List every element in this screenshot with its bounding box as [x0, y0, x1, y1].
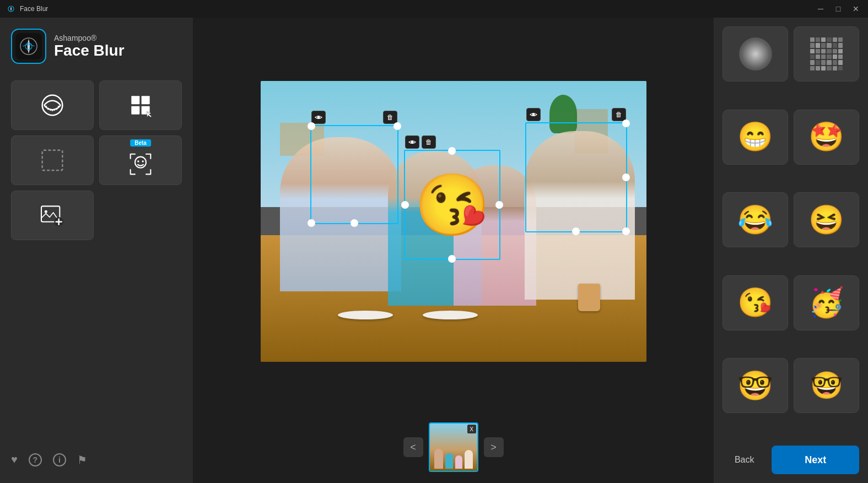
pixel-visual	[810, 37, 843, 70]
hide-face-2[interactable]	[405, 135, 419, 149]
plate2	[423, 311, 478, 319]
delete-face-1[interactable]: 🗑	[383, 111, 397, 124]
sidebar: Ashampoo® Face Blur	[0, 18, 193, 483]
frame-tool-button[interactable]	[11, 135, 94, 185]
handle-bl-1[interactable]	[308, 219, 315, 227]
emoji-grin-button[interactable]: 😁	[723, 110, 788, 165]
photo-strip: < X >	[204, 422, 703, 472]
face-box-2[interactable]: 🗑 😘	[404, 150, 500, 260]
main-content: Ashampoo® Face Blur	[0, 18, 868, 483]
face-detect-button[interactable]: Beta	[99, 135, 182, 185]
logo-area: Ashampoo® Face Blur	[11, 29, 182, 64]
face-controls-1	[311, 111, 326, 124]
image-container: 🗑 🗑	[204, 29, 703, 414]
svg-point-12	[137, 160, 139, 162]
handle-mr-3[interactable]	[622, 173, 630, 181]
svg-point-13	[142, 160, 144, 162]
blur-visual	[739, 37, 772, 70]
handle-bm-1[interactable]	[351, 219, 358, 227]
emoji-grid: 😁 🤩 😂 😆 😘 🥳 🤓 🤓	[723, 26, 859, 436]
info-icon[interactable]: i	[53, 453, 66, 466]
svg-point-19	[532, 113, 535, 116]
favorites-icon[interactable]: ♥	[11, 453, 18, 466]
thumbnail-close-button[interactable]: X	[467, 425, 476, 433]
handle-tm-2[interactable]	[448, 147, 456, 155]
minimize-button[interactable]: ─	[815, 4, 826, 13]
select-tool-button[interactable]	[99, 80, 182, 130]
svg-rect-8	[131, 106, 139, 115]
face-controls-2: 🗑	[405, 135, 436, 149]
brand-name: Ashampoo®	[54, 34, 125, 42]
titlebar: Face Blur ─ □ ✕	[0, 0, 868, 18]
hide-face-3[interactable]	[526, 108, 541, 121]
delete-face-2[interactable]: 🗑	[422, 135, 436, 149]
add-image-button[interactable]	[11, 191, 94, 240]
handle-mr-2[interactable]	[495, 201, 503, 209]
next-button[interactable]: Next	[772, 446, 859, 474]
blur-tool-button[interactable]	[11, 80, 94, 130]
window-title: Face Blur	[20, 5, 815, 13]
pixel-effect-button[interactable]	[794, 26, 859, 82]
photo-canvas[interactable]: 🗑 🗑	[261, 81, 646, 362]
photo-thumbnail[interactable]: X	[429, 422, 478, 472]
window-controls: ─ □ ✕	[815, 4, 861, 13]
prev-photo-button[interactable]: <	[403, 437, 423, 457]
beta-badge: Beta	[130, 139, 151, 146]
emoji-party-button[interactable]: 🥳	[794, 275, 859, 330]
svg-rect-10	[42, 150, 63, 171]
next-photo-button[interactable]: >	[484, 437, 504, 457]
app-logo-icon	[11, 29, 46, 64]
handle-tr-3[interactable]	[622, 120, 630, 127]
coffee-cup	[578, 284, 600, 311]
close-button[interactable]: ✕	[850, 4, 861, 13]
blur-effect-button[interactable]	[723, 26, 788, 82]
tools-grid: Beta	[11, 80, 182, 185]
logo-text: Ashampoo® Face Blur	[54, 34, 125, 59]
handle-bm-2[interactable]	[448, 255, 456, 263]
plate1	[338, 311, 393, 319]
handle-ml-2[interactable]	[401, 201, 409, 209]
emoji-applied-2: 😘	[414, 175, 490, 235]
emoji-xd-button[interactable]: 😆	[794, 192, 859, 247]
face-controls-3	[526, 108, 541, 121]
svg-point-18	[411, 140, 413, 143]
svg-point-17	[317, 116, 320, 118]
svg-rect-6	[131, 96, 139, 104]
handle-tr-1[interactable]	[393, 122, 401, 130]
svg-rect-7	[142, 96, 150, 104]
right-panel: 😁 🤩 😂 😆 😘 🥳 🤓 🤓 Back Next	[714, 18, 868, 483]
handle-bm-3[interactable]	[572, 227, 580, 235]
flag-icon[interactable]: ⚑	[77, 453, 87, 466]
delete-face-3[interactable]: 🗑	[612, 108, 626, 121]
back-button[interactable]: Back	[723, 446, 766, 474]
bottom-icons: ♥ ? i ⚑	[11, 448, 182, 472]
app-icon	[7, 4, 15, 13]
emoji-wink-kiss-button[interactable]: 😘	[723, 275, 788, 330]
svg-point-5	[42, 95, 63, 116]
handle-tl-1[interactable]	[308, 122, 315, 130]
help-icon[interactable]: ?	[29, 453, 42, 466]
face-box-1[interactable]: 🗑	[310, 125, 398, 224]
emoji-nerd1-button[interactable]: 🤓	[723, 358, 788, 413]
app-name: Face Blur	[54, 42, 125, 59]
emoji-laugh-button[interactable]: 😂	[723, 192, 788, 247]
handle-br-3[interactable]	[622, 227, 630, 235]
hide-face-1[interactable]	[311, 111, 326, 124]
emoji-star-eyes-button[interactable]: 🤩	[794, 110, 859, 165]
face-box-3[interactable]: 🗑	[525, 122, 627, 232]
maximize-button[interactable]: □	[833, 4, 844, 13]
bottom-actions: Back Next	[723, 441, 859, 474]
canvas-area: 🗑 🗑	[193, 18, 714, 483]
svg-point-15	[45, 210, 47, 213]
emoji-nerd2-button[interactable]: 🤓	[794, 358, 859, 413]
